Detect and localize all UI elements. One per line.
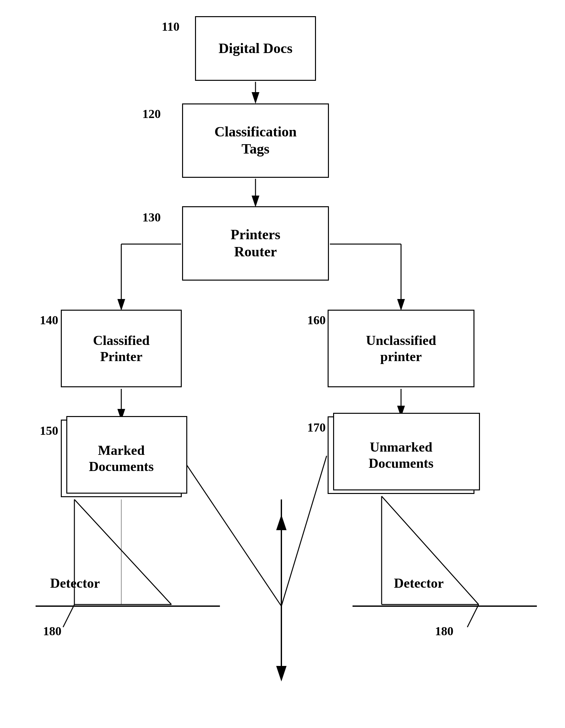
svg-line-22 — [63, 605, 74, 627]
ref-140: 140 — [40, 313, 58, 327]
unclassified-printer-box: Unclassifiedprinter — [328, 310, 474, 387]
ref-180-right: 180 — [435, 624, 453, 638]
digital-docs-label: Digital Docs — [218, 40, 293, 57]
svg-line-23 — [467, 605, 479, 627]
printers-router-label: PrintersRouter — [230, 226, 280, 261]
printers-router-box: PrintersRouter — [182, 206, 329, 281]
svg-line-21 — [281, 456, 327, 606]
ref-130: 130 — [142, 210, 161, 224]
detector-label-left: Detector — [50, 575, 100, 591]
ref-160: 160 — [307, 313, 326, 327]
classified-printer-label: ClassifiedPrinter — [93, 332, 149, 365]
ref-180-left: 180 — [43, 624, 61, 638]
classified-printer-box: ClassifiedPrinter — [61, 310, 182, 387]
ref-110: 110 — [162, 19, 179, 34]
unmarked-documents-label: UnmarkedDocuments — [369, 439, 434, 472]
digital-docs-box: Digital Docs — [195, 16, 316, 81]
ref-120: 120 — [142, 107, 161, 121]
svg-line-20 — [183, 459, 281, 606]
classification-tags-box: ClassificationTags — [182, 103, 329, 178]
ref-170: 170 — [307, 420, 326, 434]
detector-label-right: Detector — [394, 575, 444, 591]
ref-150: 150 — [40, 423, 58, 438]
marked-documents-box: MarkedDocuments — [61, 420, 182, 497]
unclassified-printer-label: Unclassifiedprinter — [366, 332, 436, 365]
diagram-container: Digital Docs ClassificationTags Printers… — [0, 0, 565, 728]
marked-documents-label: MarkedDocuments — [89, 442, 154, 475]
unmarked-documents-box: UnmarkedDocuments — [328, 416, 474, 494]
classification-tags-label: ClassificationTags — [214, 123, 297, 158]
